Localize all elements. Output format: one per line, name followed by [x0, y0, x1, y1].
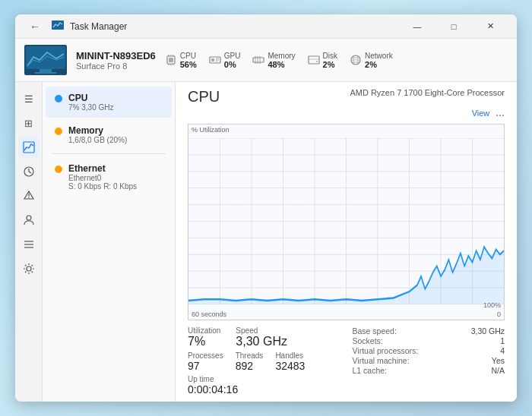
- sidebar-performance[interactable]: [18, 137, 40, 158]
- utilization-label: Utilization: [188, 326, 220, 335]
- window-controls: — □ ✕: [400, 14, 508, 39]
- threads-stat: Threads 892: [236, 351, 264, 372]
- sockets-label: Sockets:: [353, 336, 383, 345]
- startup-icon: [23, 190, 35, 202]
- performance-icon: [23, 141, 35, 153]
- machine-name: MININT-N893ED6: [76, 50, 156, 61]
- sidebar-users[interactable]: [18, 210, 40, 231]
- sidebar-hamburger[interactable]: ☰: [18, 88, 40, 109]
- handles-label: Handles: [275, 351, 305, 360]
- svg-line-39: [29, 172, 31, 173]
- network-icon: [350, 54, 362, 66]
- computer-icon: [24, 45, 67, 75]
- services-icon: [23, 263, 35, 275]
- sidebar-services[interactable]: [18, 258, 40, 279]
- app-icon: [52, 20, 64, 33]
- sidebar-processes[interactable]: ⊞: [18, 112, 40, 134]
- stat-memory: Memory 48%: [252, 52, 295, 69]
- svg-rect-18: [253, 58, 264, 62]
- cpu-model: AMD Ryzen 7 1700 Eight-Core Processor: [350, 88, 505, 97]
- memory-item-label: Memory: [68, 125, 127, 136]
- stat-disk: Disk 2%: [308, 52, 337, 69]
- svg-rect-14: [211, 58, 214, 61]
- memory-stat-label: Memory: [268, 52, 295, 60]
- cpu-item-sub: 7% 3,30 GHz: [68, 103, 113, 112]
- processes-value: 97: [188, 360, 223, 372]
- stats-bar: CPU 56% GPU 0%: [165, 52, 508, 69]
- minimize-button[interactable]: —: [400, 14, 435, 39]
- network-stat-label: Network: [365, 52, 393, 60]
- primary-stats: Utilization 7% Speed 3,30 GHz Processes …: [188, 326, 340, 396]
- main-content: ☰ ⊞: [15, 82, 517, 402]
- back-button[interactable]: ←: [24, 16, 46, 37]
- chart-x-label: 60 seconds: [192, 310, 226, 318]
- svg-point-47: [27, 266, 31, 271]
- memory-indicator: [55, 128, 62, 135]
- cpu-chart: % Utilization 100% 60 seconds 0: [188, 124, 505, 320]
- disk-stat-value: 2%: [323, 60, 337, 69]
- cpu-indicator: [55, 95, 62, 102]
- svg-rect-6: [169, 58, 173, 62]
- list-divider: [52, 153, 166, 154]
- maximize-button[interactable]: □: [436, 14, 471, 39]
- sidebar-startup[interactable]: [18, 185, 40, 206]
- processes-stat: Processes 97: [188, 351, 223, 372]
- network-stat-value: 2%: [365, 60, 393, 69]
- sidebar: ☰ ⊞: [15, 82, 43, 402]
- svg-point-42: [28, 197, 29, 198]
- uptime-label: Up time: [188, 375, 340, 383]
- cpu-detail-panel: CPU AMD Ryzen 7 1700 Eight-Core Processo…: [176, 82, 517, 402]
- l1-cache-value: N/A: [491, 366, 505, 375]
- history-icon: [23, 165, 35, 178]
- base-speed-value: 3,30 GHz: [471, 326, 505, 336]
- base-speed-row: Base speed: 3,30 GHz: [353, 326, 505, 336]
- secondary-stats: Base speed: 3,30 GHz Sockets: 1 Virtual …: [353, 326, 505, 376]
- handles-value: 32483: [275, 360, 305, 372]
- svg-rect-3: [40, 69, 52, 72]
- ethernet-sub2: S: 0 Kbps R: 0 Kbps: [68, 182, 137, 191]
- virtual-machine-label: Virtual machine:: [353, 356, 410, 365]
- perf-item-cpu[interactable]: CPU 7% 3,30 GHz: [46, 87, 172, 118]
- sidebar-history[interactable]: [18, 161, 40, 182]
- utilization-stat: Utilization 7%: [188, 326, 220, 348]
- uptime-value: 0:00:04:16: [188, 383, 340, 396]
- l1-cache-label: L1 cache:: [353, 366, 388, 375]
- svg-point-30: [316, 61, 318, 62]
- handles-stat: Handles 32483: [275, 351, 305, 372]
- close-button[interactable]: ✕: [473, 14, 508, 39]
- stat-gpu: GPU 0%: [209, 52, 241, 69]
- detail-header: CPU AMD Ryzen 7 1700 Eight-Core Processo…: [188, 88, 505, 106]
- perf-item-ethernet[interactable]: Ethernet Ethernet0 S: 0 Kbps R: 0 Kbps: [46, 157, 172, 197]
- svg-point-43: [27, 216, 31, 220]
- svg-rect-28: [309, 56, 319, 64]
- sockets-row: Sockets: 1: [353, 336, 505, 345]
- speed-value: 3,30 GHz: [236, 335, 287, 348]
- gpu-icon: [209, 54, 221, 66]
- memory-item-sub: 1,6/8,0 GB (20%): [68, 136, 127, 144]
- view-button[interactable]: View: [472, 109, 490, 121]
- gpu-stat-value: 0%: [224, 60, 241, 69]
- uptime-section: Up time 0:00:04:16: [188, 375, 340, 396]
- perf-item-memory[interactable]: Memory 1,6/8,0 GB (20%): [46, 119, 172, 150]
- ethernet-item-label: Ethernet: [68, 163, 137, 174]
- threads-label: Threads: [236, 351, 264, 360]
- virtual-processors-label: Virtual processors:: [353, 346, 419, 355]
- virtual-machine-value: Yes: [492, 356, 505, 365]
- task-manager-window: ← Task Manager — □ ✕ MININT-N8: [15, 14, 517, 402]
- more-options-button[interactable]: ···: [496, 109, 505, 121]
- stat-network: Network 2%: [350, 52, 393, 69]
- processes-label: Processes: [188, 351, 223, 360]
- title-bar: ← Task Manager — □ ✕: [15, 14, 517, 39]
- chart-svg: [188, 138, 504, 304]
- virtual-processors-row: Virtual processors: 4: [353, 346, 505, 355]
- machine-model: Surface Pro 8: [76, 61, 156, 71]
- cpu-stat-label: CPU: [180, 52, 197, 60]
- stats-row: Utilization 7% Speed 3,30 GHz Processes …: [188, 326, 505, 396]
- svg-rect-4: [35, 72, 56, 74]
- sidebar-details[interactable]: [18, 234, 40, 255]
- cpu-title: CPU: [188, 88, 220, 106]
- header-bar: MININT-N893ED6 Surface Pro 8 CPU 56: [15, 39, 517, 82]
- window-title: Task Manager: [70, 21, 127, 32]
- disk-stat-label: Disk: [323, 52, 337, 60]
- view-bar: View ···: [188, 109, 505, 121]
